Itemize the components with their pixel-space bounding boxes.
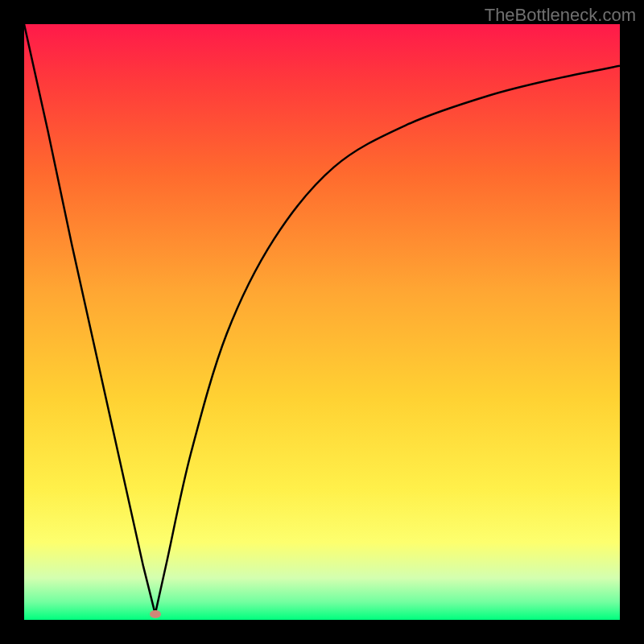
watermark-text: TheBottleneck.com (485, 5, 636, 26)
minimum-marker (150, 610, 161, 618)
chart-container: TheBottleneck.com (0, 0, 644, 644)
curve-path (24, 24, 620, 614)
plot-area (24, 24, 620, 620)
curve-svg (24, 24, 620, 620)
